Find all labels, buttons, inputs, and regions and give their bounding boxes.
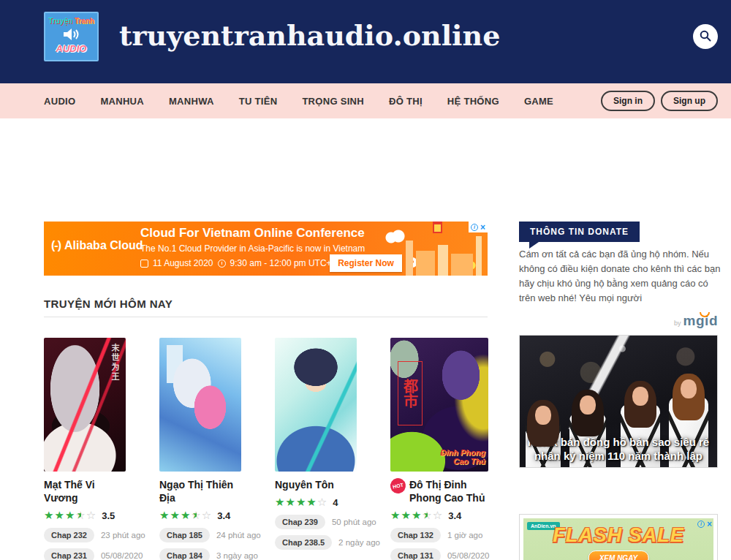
ad-schedule: 11 August 2020 9:30 am - 12:00 pm UTC+07… [140, 258, 354, 268]
rating-value: 3.4 [217, 510, 230, 521]
rating-stars: ★★★☆★☆ [159, 509, 212, 522]
star-icon: ★ [401, 509, 411, 521]
comic-title[interactable]: Ngạo Thị Thiên Địa [159, 478, 241, 504]
rating-row: ★★★☆★☆ 3.4 [390, 509, 488, 522]
star-icon: ★ [306, 496, 317, 508]
star-icon: ☆ [317, 496, 327, 508]
comic-title[interactable]: Mạt Thế Vi Vương [44, 478, 126, 504]
comic-grid: 末世为王 Mạt Thế Vi Vương ★★★☆★☆ 3.5 Chap 23… [44, 338, 488, 560]
rating-row: ★★★☆★☆ 3.5 [44, 509, 126, 522]
flash-sale-title: FLASH SALE [523, 524, 713, 547]
donate-text: Cám ơn tất cả các bạn đã ủng hộ nhóm. Nế… [519, 247, 725, 306]
ad-info-icon[interactable]: i [471, 224, 478, 231]
alibaba-bracket-icon: (-) [51, 239, 61, 251]
star-icon: ☆★ [191, 509, 201, 521]
star-icon: ☆ [433, 509, 443, 521]
star-icon: ☆ [202, 509, 212, 521]
chapter-badge[interactable]: Chap 231 [44, 548, 94, 560]
page: Truyện Tranh AUDIO truyentranhaudio.onli… [0, 0, 731, 560]
logo-text: Truyện Tranh [45, 17, 97, 25]
chapter-badge[interactable]: Chap 238.5 [275, 535, 332, 550]
ad-title: Cloud For Vietnam Online Conference [140, 226, 365, 241]
sign-up-button[interactable]: Sign up [661, 91, 718, 111]
star-icon: ★ [170, 509, 180, 521]
star-icon: ★ [390, 509, 401, 521]
chapter-badge[interactable]: Chap 131 [390, 548, 441, 560]
rating-stars: ★★★☆★☆ [44, 509, 96, 522]
star-icon: ★ [412, 509, 422, 521]
comic-cover[interactable]: 都市 Đỉnh Phong Cao Thủ [390, 338, 488, 472]
chapter-badge[interactable]: Chap 184 [159, 548, 210, 560]
ad-subtitle: The No.1 Cloud Provider in Asia-Pacific … [140, 243, 365, 254]
ad-close-icon[interactable]: × [480, 224, 485, 231]
star-icon: ☆★ [75, 509, 86, 521]
xem-ngay-button[interactable]: XEM NGAY [588, 550, 649, 560]
flash-sale-ad[interactable]: AnDien.vn FLASH SALE XEM NGAY i × [519, 514, 718, 560]
comic-cover[interactable] [275, 338, 357, 472]
site-title[interactable]: truyentranhaudio.online [119, 19, 500, 52]
main-nav: AUDIO MANHUA MANHWA TU TIÊN TRỌNG SINH Đ… [0, 83, 731, 118]
star-icon: ★ [54, 509, 64, 521]
logo-audio-label: AUDIO [45, 43, 97, 54]
nav-item-audio[interactable]: AUDIO [44, 96, 75, 107]
star-icon: ☆★ [422, 509, 432, 521]
cover-script-text: Đỉnh Phong Cao Thủ [427, 448, 485, 466]
ad-date: 11 August 2020 [153, 258, 213, 268]
comic-card: Ngạo Thị Thiên Địa ★★★☆★☆ 3.4 Chap 185 2… [159, 338, 241, 560]
calendar-icon [140, 260, 148, 268]
alibaba-ad-banner[interactable]: (-)Alibaba Cloud Cloud For Vietnam Onlin… [44, 222, 488, 276]
mgid-attribution[interactable]: bymgid [519, 313, 718, 329]
chapter-time: 23 phút ago [101, 531, 145, 540]
nav-item-trong-sinh[interactable]: TRỌNG SINH [302, 96, 364, 107]
star-icon: ★ [159, 509, 170, 521]
chapter-badge[interactable]: Chap 239 [275, 515, 325, 529]
cover-red-frame: 都市 [398, 361, 423, 425]
chapter-row: Chap 132 1 giờ ago [390, 528, 488, 542]
search-button[interactable] [693, 24, 718, 49]
nav-item-tu-tien[interactable]: TU TIÊN [239, 96, 278, 107]
chapter-row: Chap 131 05/08/2020 [390, 548, 488, 560]
chapter-time: 05/08/2020 [101, 551, 143, 560]
nav-item-manhua[interactable]: MANHUA [100, 96, 144, 107]
search-icon [699, 29, 712, 45]
chapter-row: Chap 232 23 phút ago [44, 528, 126, 542]
comic-title[interactable]: HOT Đô Thị Đỉnh Phong Cao Thủ [390, 478, 488, 504]
flash-ad-body: AnDien.vn FLASH SALE XEM NGAY i × [523, 518, 713, 560]
site-header: Truyện Tranh AUDIO truyentranhaudio.onli… [0, 0, 731, 83]
nav-item-manhwa[interactable]: MANHWA [169, 96, 214, 107]
nav-item-game[interactable]: GAME [524, 96, 553, 107]
comic-cover[interactable]: 末世为王 [44, 338, 126, 472]
star-icon: ★ [285, 496, 295, 508]
clock-icon [218, 260, 226, 268]
chapter-time: 1 giờ ago [447, 531, 482, 540]
mgid-by-label: by [674, 319, 681, 327]
ad-close-icon[interactable]: × [707, 521, 712, 528]
star-icon: ★ [275, 496, 285, 508]
nav-item-do-thi[interactable]: ĐÔ THỊ [389, 96, 423, 107]
rating-value: 3.4 [448, 510, 461, 521]
chapter-badge[interactable]: Chap 132 [390, 528, 441, 542]
star-icon: ★ [44, 509, 54, 521]
native-ad[interactable]: Rolex bán đồng hồ bản sao siêu rẻ nhân k… [519, 335, 718, 468]
site-logo[interactable]: Truyện Tranh AUDIO [44, 12, 99, 61]
section-divider [44, 317, 488, 317]
sign-in-button[interactable]: Sign in [601, 91, 655, 111]
chapter-time: 2 ngày ago [338, 538, 380, 547]
star-icon: ★ [181, 509, 191, 521]
chapter-badge[interactable]: Chap 185 [159, 528, 210, 542]
star-icon: ★ [296, 496, 306, 508]
chapter-row: Chap 231 05/08/2020 [44, 548, 126, 560]
rating-row: ★★★★☆ 4 [275, 496, 357, 509]
comic-title[interactable]: Nguyên Tôn [275, 478, 357, 491]
chapter-time: 05/08/2020 [447, 551, 490, 560]
nav-item-he-thong[interactable]: HỆ THỐNG [447, 96, 499, 107]
donate-title-badge: THÔNG TIN DONATE [519, 222, 640, 242]
flag-icon [433, 222, 442, 233]
chapter-time: 50 phút ago [332, 518, 376, 526]
chapter-row: Chap 184 3 ngày ago [159, 548, 241, 560]
chapter-badge[interactable]: Chap 232 [44, 528, 94, 542]
chapter-time: 24 phút ago [216, 531, 261, 540]
star-icon: ★ [65, 509, 75, 521]
comic-cover[interactable] [159, 338, 241, 472]
ad-info-icon[interactable]: i [697, 521, 705, 528]
